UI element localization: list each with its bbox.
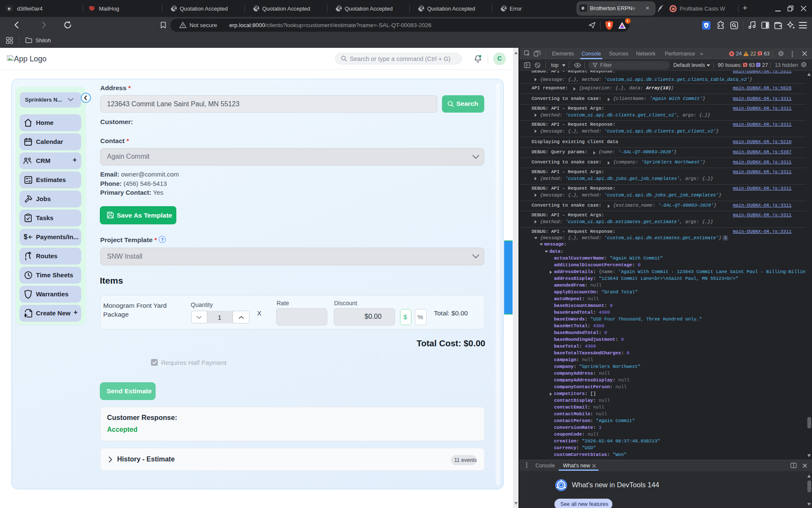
svg-text:$: $ — [24, 233, 27, 240]
